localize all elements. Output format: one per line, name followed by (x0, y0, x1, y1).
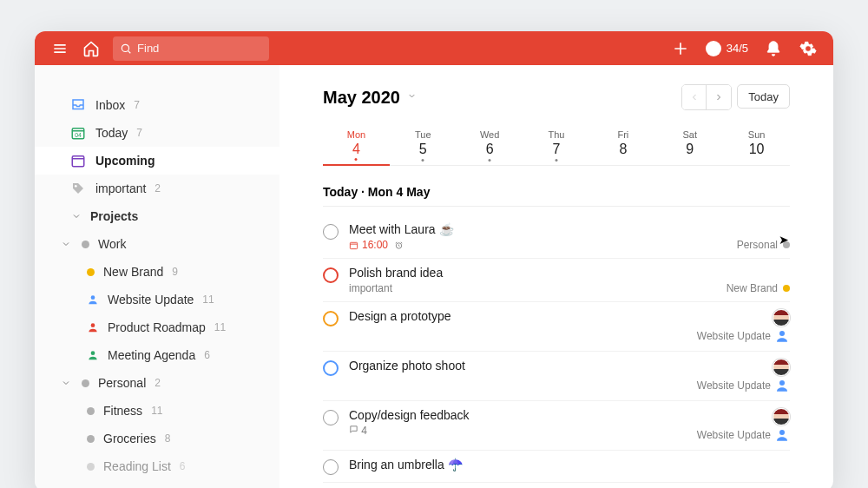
sidebar-project-groceries[interactable]: Groceries 8 (35, 425, 279, 452)
project-color-dot (87, 407, 95, 415)
project-label: Groceries (103, 432, 156, 445)
day-column[interactable]: Wed6 (457, 126, 523, 165)
search-box[interactable] (113, 36, 269, 61)
day-name: Sun (723, 129, 790, 140)
task-checkbox[interactable] (323, 224, 339, 240)
project-label: New Brand (103, 265, 163, 279)
day-number: 5 (390, 142, 457, 157)
reminder-icon (394, 241, 404, 250)
day-column[interactable]: Sun10 (723, 126, 790, 165)
project-count: 11 (202, 293, 214, 306)
day-number: 8 (589, 142, 656, 157)
task-row[interactable]: Meet with Laura ☕16:00 Personal (323, 215, 790, 259)
sidebar-projects-header[interactable]: Projects (35, 202, 279, 230)
sidebar-item-important[interactable]: important 2 (35, 175, 279, 202)
task-checkbox[interactable] (323, 360, 339, 376)
karma-button[interactable]: 34/5 (706, 41, 748, 56)
task-project[interactable]: Website Update (697, 359, 790, 393)
sidebar-project-work[interactable]: Work (35, 230, 279, 258)
project-count: 2 (155, 377, 161, 389)
month-title-text: May 2020 (323, 88, 400, 108)
task-project[interactable]: New Brand (727, 282, 790, 294)
task-project-label: Personal (737, 239, 778, 251)
task-checkbox[interactable] (323, 311, 339, 326)
project-count: 8 (165, 432, 171, 445)
task-checkbox[interactable] (323, 267, 339, 283)
today-button[interactable]: Today (737, 84, 790, 109)
task-project[interactable]: Website Update (697, 408, 790, 443)
search-input[interactable] (137, 42, 262, 55)
chevron-down-icon (59, 376, 73, 390)
day-column[interactable]: Mon4 (323, 126, 390, 166)
project-count: 6 (180, 460, 186, 472)
chevron-down-icon (69, 209, 83, 223)
svg-point-17 (91, 323, 95, 327)
person-icon (87, 321, 99, 333)
task-project-label: Website Update (697, 330, 771, 342)
sidebar-item-count: 7 (136, 127, 142, 139)
week-nav (681, 84, 732, 110)
task-row[interactable]: Organize photo shoot Website Update (323, 352, 790, 401)
sidebar-project-fitness[interactable]: Fitness 11 (35, 397, 279, 425)
sidebar-item-count: 2 (155, 182, 161, 195)
day-column[interactable]: Sat9 (656, 126, 723, 165)
project-color-dot (87, 268, 95, 276)
project-color-dot (783, 285, 790, 292)
notifications-icon[interactable] (764, 39, 783, 58)
task-title: Bring an umbrella ☂️ (349, 458, 779, 472)
next-week-button[interactable] (707, 85, 731, 109)
day-column[interactable]: Tue5 (390, 126, 457, 165)
svg-rect-19 (350, 242, 357, 248)
sidebar-item-inbox[interactable]: Inbox 7 (35, 91, 279, 119)
sidebar-project-reading-list[interactable]: Reading List 6 (35, 452, 279, 480)
home-icon[interactable] (82, 39, 101, 58)
sidebar: Inbox 7 04 Today 7 Upcoming impo (35, 65, 279, 488)
svg-point-16 (91, 295, 95, 300)
karma-count: 34/5 (727, 42, 748, 55)
day-name: Fri (589, 129, 656, 140)
sidebar-project-personal[interactable]: Personal 2 (35, 369, 279, 397)
person-icon (774, 378, 790, 393)
task-project[interactable]: Website Update (697, 309, 790, 344)
prev-week-button[interactable] (682, 85, 707, 109)
task-project-label: New Brand (727, 282, 778, 294)
project-label: Meeting Agenda (108, 348, 195, 362)
sidebar-project-meeting-agenda[interactable]: Meeting Agenda 6 (35, 341, 279, 369)
day-name: Wed (457, 129, 523, 140)
task-row[interactable]: Polish brand ideaimportant New Brand (323, 259, 790, 302)
task-row[interactable]: Copy/design feedback 4 Website Update (323, 401, 790, 451)
day-column[interactable]: Thu7 (523, 126, 590, 165)
project-label: Website Update (108, 293, 194, 307)
person-icon (774, 427, 790, 443)
inbox-icon (69, 96, 87, 114)
sidebar-item-label: Today (95, 126, 128, 140)
project-label: Fitness (103, 404, 142, 418)
task-row[interactable]: Design a prototype Website Update (323, 302, 790, 352)
chevron-down-icon (407, 91, 417, 103)
sidebar-project-website-update[interactable]: Website Update 11 (35, 286, 279, 313)
task-comments: 4 (349, 425, 367, 437)
sidebar-item-today[interactable]: 04 Today 7 (35, 119, 279, 147)
sidebar-item-upcoming[interactable]: Upcoming (35, 147, 279, 175)
settings-icon[interactable] (799, 39, 818, 58)
project-color-dot (87, 463, 95, 471)
svg-rect-10 (72, 156, 84, 167)
menu-icon[interactable] (50, 39, 69, 58)
sidebar-project-product-roadmap[interactable]: Product Roadmap 11 (35, 313, 279, 341)
task-row[interactable]: Bring an umbrella ☂️ (323, 451, 790, 483)
svg-text:04: 04 (75, 132, 82, 138)
add-icon[interactable] (671, 39, 690, 58)
task-checkbox[interactable] (323, 410, 339, 425)
sidebar-project-new-brand[interactable]: New Brand 9 (35, 258, 279, 286)
task-project-label: Website Update (697, 429, 771, 441)
day-number: 10 (723, 142, 790, 157)
task-checkbox[interactable] (323, 459, 339, 475)
task-project[interactable]: Personal (737, 239, 790, 251)
project-count: 6 (204, 349, 210, 361)
day-column[interactable]: Fri8 (589, 126, 656, 165)
calendar-icon (349, 241, 358, 250)
svg-point-23 (779, 380, 785, 386)
topbar: 34/5 (35, 31, 833, 65)
month-selector[interactable]: May 2020 (323, 88, 417, 108)
task-title: Polish brand idea (349, 266, 716, 280)
